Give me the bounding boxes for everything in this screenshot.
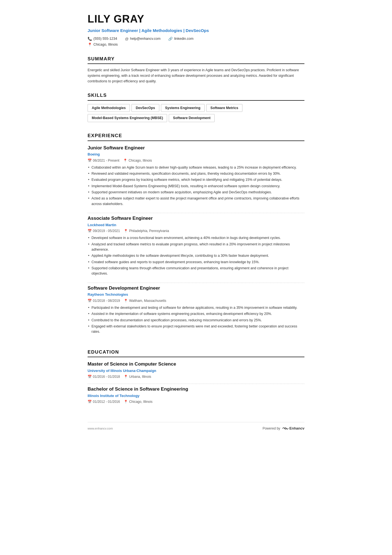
skill-tag: Model-Based Systems Engineering (MBSE) [88, 114, 167, 122]
calendar-icon: 📅 [88, 374, 92, 379]
contact-row: 📞 (555) 555-1234 @ help@enhancv.com 🔗 li… [88, 36, 304, 42]
bullet-item: Supported collaborating teams through ef… [88, 266, 304, 277]
skill-tag: Agile Methodologies [88, 104, 130, 112]
job-title: Software Development Engineer [88, 285, 304, 292]
skills-grid: Agile MethodologiesDevSecOpsSystems Engi… [88, 104, 304, 125]
location-row: 📍 Chicago, Illinois [88, 42, 304, 48]
pin-icon: 📍 [124, 399, 128, 404]
education-entry: Master of Science in Computer Science Un… [88, 361, 304, 384]
edu-date: 📅 01/2016 - 01/2018 [88, 374, 120, 379]
bullet-item: Created software guides and reports to s… [88, 260, 304, 265]
powered-by-label: Powered by [262, 426, 280, 431]
company-name: Lockheed Martin [88, 222, 304, 228]
degree-title: Bachelor of Science in Software Engineer… [88, 386, 304, 393]
education-entries: Master of Science in Computer Science Un… [88, 361, 304, 409]
location-item: 📍 Chicago, Illinois [88, 42, 118, 48]
edu-date-text: 01/2012 - 01/2016 [93, 399, 120, 404]
school-name: Illinois Institute of Technology [88, 393, 304, 399]
bullet-item: Assisted in the implementation of softwa… [88, 311, 304, 317]
exp-location: 📍 Chicago, Illinois [123, 158, 152, 163]
bullet-item: Developed software in a cross-functional… [88, 235, 304, 241]
date-text: 06/2021 - Present [93, 158, 119, 163]
edu-location: 📍 Urbana, Illinois [124, 374, 151, 379]
summary-section: SUMMARY Energetic and skilled Junior Sof… [88, 55, 304, 84]
link-icon: 🔗 [168, 36, 173, 42]
bullet-item: Contributed to the documentation and spe… [88, 318, 304, 323]
bullet-item: Collaborated within an Agile Scrum team … [88, 165, 304, 170]
skills-title: SKILLS [88, 92, 304, 101]
skill-tag: Software Metrics [206, 104, 242, 112]
bullet-list: Participated in the development and test… [88, 305, 304, 335]
footer-logo: Powered by Enhancv [262, 426, 304, 431]
bullet-item: Implemented Model-Based Systems Engineer… [88, 184, 304, 189]
bullet-item: Applied Agile methodologies to the softw… [88, 253, 304, 258]
pin-icon: 📍 [124, 298, 128, 303]
edu-location-text: Chicago, Illinois [129, 399, 152, 404]
summary-text: Energetic and skilled Junior Software En… [88, 67, 304, 84]
edu-date-text: 01/2016 - 01/2018 [93, 374, 120, 379]
bullet-item: Engaged with external stakeholders to en… [88, 324, 304, 335]
header: LILY GRAY Junior Software Engineer | Agi… [88, 11, 304, 48]
calendar-icon: 📅 [88, 399, 92, 404]
footer-website: www.enhancv.com [88, 426, 113, 431]
education-section: EDUCATION Master of Science in Computer … [88, 349, 304, 409]
exp-date: 📅 01/2018 - 08/2019 [88, 298, 120, 303]
enhancv-brand: Enhancv [282, 426, 304, 431]
skills-section: SKILLS Agile MethodologiesDevSecOpsSyste… [88, 92, 304, 124]
location-text: Philadelphia, Pennsylvania [129, 228, 169, 233]
calendar-icon: 📅 [88, 158, 92, 163]
company-name: Boeing [88, 152, 304, 157]
job-title: Junior Software Engineer [88, 144, 304, 152]
edu-location: 📍 Chicago, Illinois [124, 399, 152, 404]
experience-entries: Junior Software Engineer Boeing 📅 06/202… [88, 144, 304, 341]
bullet-item: Evaluated program progress by tracking s… [88, 177, 304, 182]
exp-meta: 📅 01/2018 - 08/2019 📍 Waltham, Massachus… [88, 298, 304, 303]
experience-entry: Software Development Engineer Raytheon T… [88, 285, 304, 341]
bullet-item: Participated in the development and test… [88, 305, 304, 310]
location-text: Waltham, Massachusetts [129, 298, 166, 303]
enhancv-text: Enhancv [289, 426, 304, 431]
bullet-list: Developed software in a cross-functional… [88, 235, 304, 277]
pin-icon: 📍 [124, 374, 128, 379]
date-text: 01/2018 - 08/2019 [93, 298, 120, 303]
bullet-list: Collaborated within an Agile Scrum team … [88, 165, 304, 207]
exp-date: 📅 09/2019 - 05/2021 [88, 228, 120, 233]
exp-meta: 📅 06/2021 - Present 📍 Chicago, Illinois [88, 158, 304, 163]
summary-title: SUMMARY [88, 55, 304, 64]
email-item: @ help@enhancv.com [125, 36, 160, 42]
job-title: Associate Software Engineer [88, 215, 304, 222]
website-value: linkedin.com [174, 36, 193, 41]
education-title: EDUCATION [88, 349, 304, 357]
degree-title: Master of Science in Computer Science [88, 361, 304, 368]
skill-tag: Software Development [169, 114, 215, 122]
calendar-icon: 📅 [88, 228, 92, 233]
skill-tag: Systems Engineering [161, 104, 205, 112]
exp-location: 📍 Philadelphia, Pennsylvania [124, 228, 169, 233]
exp-date: 📅 06/2021 - Present [88, 158, 119, 163]
edu-meta: 📅 01/2012 - 01/2016 📍 Chicago, Illinois [88, 399, 304, 404]
experience-entry: Associate Software Engineer Lockheed Mar… [88, 215, 304, 283]
email-value: help@enhancv.com [130, 36, 161, 41]
calendar-icon: 📅 [88, 298, 92, 303]
phone-item: 📞 (555) 555-1234 [88, 36, 117, 42]
candidate-name: LILY GRAY [88, 11, 304, 27]
candidate-title: Junior Software Engineer | Agile Methodo… [88, 28, 304, 34]
enhancv-logo-icon [282, 426, 289, 431]
edu-meta: 📅 01/2016 - 01/2018 📍 Urbana, Illinois [88, 374, 304, 379]
phone-value: (555) 555-1234 [93, 36, 117, 41]
footer: www.enhancv.com Powered by Enhancv [88, 422, 304, 431]
date-text: 09/2019 - 05/2021 [93, 228, 120, 233]
exp-meta: 📅 09/2019 - 05/2021 📍 Philadelphia, Penn… [88, 228, 304, 233]
bullet-item: Reviewed and validated requirements, spe… [88, 171, 304, 176]
company-name: Raytheon Technologies [88, 292, 304, 297]
phone-icon: 📞 [88, 36, 92, 42]
website-item: 🔗 linkedin.com [168, 36, 193, 42]
experience-title: EXPERIENCE [88, 132, 304, 141]
location-icon: 📍 [88, 42, 92, 48]
education-entry: Bachelor of Science in Software Engineer… [88, 386, 304, 409]
location-text: Chicago, Illinois [128, 158, 152, 163]
edu-date: 📅 01/2012 - 01/2016 [88, 399, 120, 404]
experience-entry: Junior Software Engineer Boeing 📅 06/202… [88, 144, 304, 213]
exp-location: 📍 Waltham, Massachusetts [124, 298, 166, 303]
skill-tag: DevSecOps [132, 104, 159, 112]
